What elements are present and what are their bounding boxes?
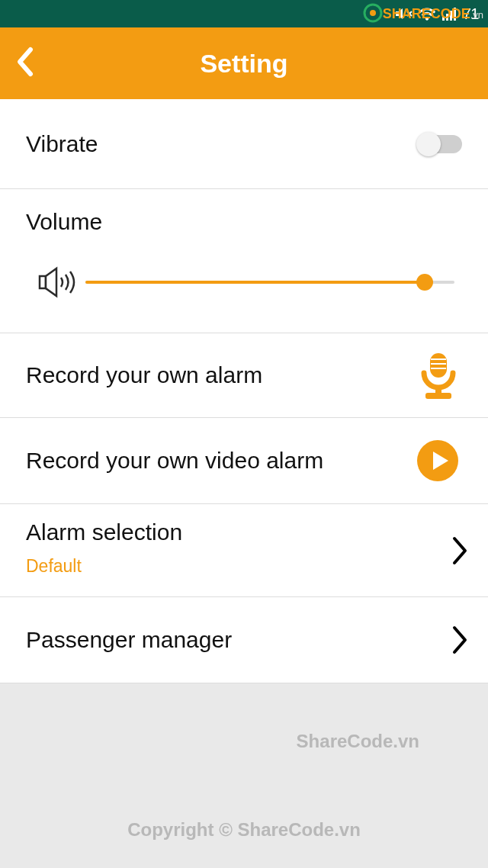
status-bar: 71 <box>0 0 488 27</box>
vibrate-label: Vibrate <box>26 131 418 157</box>
setting-row-alarm-selection[interactable]: Alarm selection Default <box>0 504 488 597</box>
settings-list: Vibrate Volume Record your own alarm <box>0 99 488 683</box>
speaker-icon <box>37 264 79 301</box>
vibrate-toggle[interactable] <box>418 135 462 153</box>
record-video-label: Record your own video alarm <box>26 448 416 474</box>
svg-rect-2 <box>442 17 445 21</box>
toggle-knob <box>416 132 441 156</box>
setting-row-passenger-manager[interactable]: Passenger manager <box>0 597 488 683</box>
record-audio-label: Record your own alarm <box>26 362 416 388</box>
slider-thumb <box>416 274 433 291</box>
chevron-left-icon <box>14 45 35 79</box>
svg-rect-14 <box>425 393 451 399</box>
chevron-right-icon <box>451 625 470 655</box>
setting-row-record-audio[interactable]: Record your own alarm <box>0 333 488 418</box>
page-title: Setting <box>0 49 488 79</box>
signal-icon <box>441 6 458 21</box>
battery-percentage: 71 <box>463 5 479 23</box>
slider-fill <box>85 281 425 284</box>
passenger-label: Passenger manager <box>26 627 462 653</box>
app-bar: Setting <box>0 27 488 99</box>
setting-row-vibrate: Vibrate <box>0 99 488 189</box>
svg-rect-4 <box>450 11 452 21</box>
svg-rect-3 <box>446 14 448 21</box>
watermark-mid: ShareCode.vn <box>297 731 419 752</box>
watermark-bottom: Copyright © ShareCode.vn <box>0 819 488 841</box>
microphone-icon <box>416 350 461 400</box>
volume-slider[interactable] <box>85 275 454 290</box>
alarm-selection-label: Alarm selection <box>26 519 462 545</box>
chevron-right-icon <box>451 535 470 566</box>
back-button[interactable] <box>14 45 35 82</box>
svg-rect-9 <box>430 353 447 378</box>
setting-row-volume: Volume <box>0 189 488 333</box>
svg-rect-5 <box>454 8 456 21</box>
setting-row-record-video[interactable]: Record your own video alarm <box>0 418 488 504</box>
mute-icon <box>394 5 413 23</box>
wifi-icon <box>417 5 437 22</box>
play-icon <box>416 439 459 482</box>
alarm-selection-value: Default <box>26 556 462 577</box>
volume-label: Volume <box>26 209 462 235</box>
